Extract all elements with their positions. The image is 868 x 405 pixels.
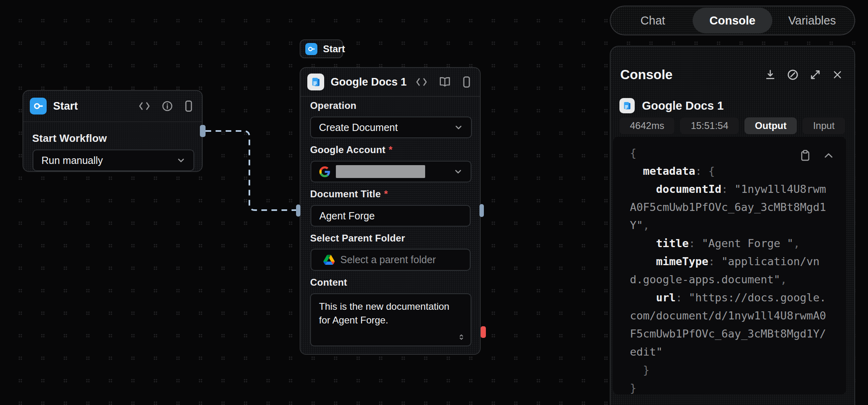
code-line: } — [630, 361, 831, 379]
operation-label: Operation — [310, 100, 356, 111]
console-badges: 4642ms15:51:54OutputInput — [619, 117, 845, 134]
tab-console[interactable]: Console — [693, 8, 772, 33]
resize-handle-icon[interactable] — [457, 333, 466, 342]
divider — [300, 96, 480, 97]
code-line: title: "Agent Forge ", — [630, 234, 831, 252]
gdocs-error-handle[interactable] — [481, 326, 486, 338]
start-node-chip[interactable]: Start — [300, 39, 343, 58]
code-line: com/document/d/1nyw1ll4U8rwmA0 — [630, 307, 831, 325]
clear-console-icon[interactable] — [787, 69, 799, 81]
doc-title-input[interactable] — [311, 205, 471, 227]
parent-folder-button[interactable]: Select a parent folder — [311, 249, 471, 271]
close-icon[interactable] — [832, 69, 843, 80]
gdocs-input-handle[interactable] — [296, 205, 300, 217]
workflow-canvas[interactable]: Start Start Start Workflow Run — [0, 0, 868, 405]
code-line: edit" — [630, 343, 831, 361]
copy-icon[interactable] — [800, 149, 811, 162]
code-line: } — [630, 379, 831, 395]
code-line: metadata: { — [630, 162, 831, 180]
parent-folder-label: Select Parent Folder — [310, 233, 405, 244]
start-chip-label: Start — [323, 43, 345, 55]
gdocs-node-title: Google Docs 1 — [331, 76, 407, 88]
account-select[interactable] — [311, 161, 471, 182]
code-line: A0F5cmUwb1PfOVc_6ay_3cMBt8Mgd1 — [630, 198, 831, 216]
console-title: Console — [620, 67, 673, 82]
info-icon[interactable] — [162, 100, 173, 112]
console-node-row[interactable]: Google Docs 1 — [619, 98, 724, 113]
content-label: Content — [310, 277, 347, 288]
parent-folder-placeholder: Select a parent folder — [340, 254, 436, 266]
docs-book-icon[interactable] — [439, 76, 451, 88]
google-logo-icon — [319, 166, 330, 177]
operation-select[interactable]: Create Document — [310, 117, 472, 138]
code-line: url: "https://docs.google. — [630, 288, 831, 307]
code-line: mimeType: "application/vn — [630, 252, 831, 270]
collapse-icon[interactable] — [823, 151, 834, 160]
code-line: d.google-apps.document", — [630, 270, 831, 288]
google-docs-icon — [619, 98, 635, 113]
badge-15-51-54: 15:51:54 — [680, 117, 738, 134]
badge-input[interactable]: Input — [802, 117, 845, 134]
console-output-code: { metadata: { documentId: "1nyw1ll4U8rwm… — [630, 144, 831, 395]
gdocs-node-card[interactable]: Google Docs 1 Operation Create Document — [300, 67, 481, 355]
gdocs-output-handle[interactable] — [479, 204, 484, 217]
trigger-select-value: Run manually — [41, 155, 103, 166]
badge-output[interactable]: Output — [745, 117, 797, 134]
content-value: This is the new documentation for Agent … — [319, 300, 452, 327]
mobile-icon[interactable] — [184, 100, 193, 112]
code-view-icon[interactable] — [138, 101, 150, 111]
panel-tabbar: ChatConsoleVariables — [610, 6, 855, 35]
chevron-down-icon — [453, 166, 463, 177]
google-docs-icon — [307, 74, 324, 90]
start-icon — [305, 43, 317, 55]
download-icon[interactable] — [764, 69, 776, 81]
content-textarea[interactable]: This is the new documentation for Agent … — [310, 293, 471, 346]
masked-account-value — [336, 165, 425, 178]
operation-select-value: Create Document — [319, 122, 398, 133]
chevron-down-icon — [453, 122, 464, 133]
start-output-handle[interactable] — [200, 125, 206, 137]
console-panel: Console — [610, 46, 855, 405]
start-icon — [30, 98, 47, 115]
divider — [23, 121, 202, 122]
console-node-name: Google Docs 1 — [642, 99, 724, 112]
start-workflow-label: Start Workflow — [32, 132, 107, 145]
expand-icon[interactable] — [809, 69, 821, 81]
tab-variables[interactable]: Variables — [772, 8, 852, 33]
start-node-title: Start — [53, 100, 78, 112]
account-label: Google Account* — [310, 144, 393, 155]
chevron-down-icon — [176, 155, 186, 166]
google-drive-icon — [323, 255, 335, 265]
code-line: Y", — [630, 216, 831, 234]
code-view-icon[interactable] — [415, 77, 428, 87]
tab-chat[interactable]: Chat — [613, 8, 693, 33]
code-line: documentId: "1nyw1ll4U8rwm — [630, 180, 831, 198]
mobile-icon[interactable] — [462, 76, 471, 88]
code-line: F5cmUwb1PfOVc_6ay_3cMBt8Mgd1Y/ — [630, 325, 831, 343]
doc-title-label: Document Title* — [310, 188, 388, 200]
console-output-block: { metadata: { documentId: "1nyw1ll4U8rwm… — [613, 137, 846, 395]
start-node-card[interactable]: Start Start Workflow Run manually — [23, 90, 203, 172]
badge-4642ms: 4642ms — [619, 117, 675, 134]
trigger-select[interactable]: Run manually — [33, 149, 194, 171]
